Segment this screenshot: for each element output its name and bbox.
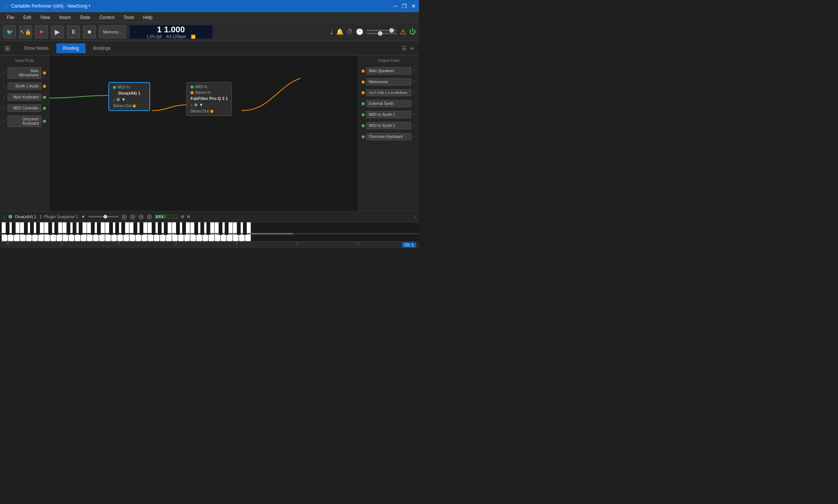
output-port-label[interactable]: Main Speakers: [366, 67, 411, 74]
input-port-label[interactable]: MIDI Controller: [8, 105, 41, 112]
bottom-snapshot[interactable]: 1: Plugin Snapshot 1: [40, 214, 78, 219]
piano-black-key[interactable]: [225, 222, 229, 235]
piano-black-key[interactable]: [115, 222, 119, 235]
tab-bindings[interactable]: Bindings: [86, 43, 117, 53]
tab-show-notes[interactable]: Show Notes: [17, 43, 56, 53]
plugin-node-diva[interactable]: MIDI In Diva(x64) 1 ↓ ▼ Stereo Out: [108, 82, 150, 111]
midi-in-text: MIDI In: [117, 85, 130, 89]
output-port-label[interactable]: External Synth: [366, 100, 411, 107]
piano-black-key[interactable]: [121, 222, 125, 235]
pause-button[interactable]: ⏸: [67, 25, 80, 38]
output-port-label[interactable]: OUT USB 1-2 to Minifuse: [366, 89, 411, 96]
piano-black-key[interactable]: [158, 222, 162, 235]
maximize-button[interactable]: ❐: [402, 3, 407, 9]
piano-black-key[interactable]: [24, 222, 28, 235]
piano-black-key[interactable]: [237, 222, 241, 235]
menu-state[interactable]: State: [76, 14, 94, 21]
menu-help[interactable]: Help: [140, 14, 157, 21]
piano-black-key[interactable]: [243, 222, 247, 235]
slider-thumb-2[interactable]: [378, 31, 382, 36]
output-port-label[interactable]: Metronome: [366, 78, 411, 86]
node-stereo-in-header: Stereo In: [190, 90, 228, 95]
list-view-icon[interactable]: ☰: [402, 45, 407, 51]
titlebar-title-area: 🎵 Cantabile Performer (x64) - NewSong •: [3, 3, 90, 9]
stereo-out-text: Stereo Out: [113, 104, 131, 108]
menu-control[interactable]: Control: [96, 14, 118, 21]
piano-black-key[interactable]: [164, 222, 168, 235]
share-icon[interactable]: ⇌: [410, 45, 414, 51]
input-port-label[interactable]: Synth 1 Audio: [8, 82, 41, 90]
input-port-label[interactable]: Onscreen Keyboard: [8, 116, 41, 127]
piano-black-key[interactable]: [140, 222, 143, 235]
output-port-label[interactable]: MIDI to Synth 2: [366, 122, 411, 129]
piano-black-key[interactable]: [219, 222, 222, 235]
dial-4-icon[interactable]: ◎: [147, 213, 152, 220]
piano-black-key[interactable]: [12, 222, 16, 235]
tab-routing[interactable]: Routing: [56, 43, 86, 53]
bottom-plugin-name[interactable]: Diva(x64) 1: [15, 214, 37, 219]
node-controls[interactable]: ↓ ▼: [113, 97, 146, 102]
close-button[interactable]: ✕: [411, 3, 416, 9]
drag-handle-icon: ⠿: [413, 80, 415, 84]
piano-black-key[interactable]: [133, 222, 137, 235]
arrow-down-icon[interactable]: ↓: [113, 97, 115, 102]
piano-black-key[interactable]: [30, 222, 34, 235]
meter-bar: [156, 215, 158, 218]
piano-black-key[interactable]: [109, 222, 113, 235]
dial-2-icon[interactable]: ◎: [130, 213, 135, 220]
piano-black-key[interactable]: [182, 222, 186, 235]
piano-black-key[interactable]: [200, 222, 204, 235]
piano-black-key[interactable]: [73, 222, 76, 235]
output-port-label[interactable]: MIDI to Synth 1: [366, 111, 411, 118]
playback-slider-thumb[interactable]: [103, 215, 107, 219]
stop-button[interactable]: ■: [83, 25, 96, 38]
logo-icon-button[interactable]: 🐦: [3, 25, 16, 38]
minimize-button[interactable]: ─: [394, 3, 397, 9]
metronome-button[interactable]: Metrono...: [99, 25, 126, 38]
status-dot-2: [194, 103, 197, 106]
volume-slider-2[interactable]: [367, 33, 397, 34]
piano-keyboard[interactable]: [0, 222, 419, 241]
node-stereo-out-fab: Stereo Out: [190, 109, 228, 113]
piano-keys[interactable]: [0, 222, 419, 241]
play-button[interactable]: ▶: [51, 25, 64, 38]
plugin-node-fabfilter[interactable]: MIDI In Stereo In FabFilter Pro-Q 3 1 ↓ …: [186, 82, 232, 116]
dial-3-icon[interactable]: ◎: [138, 213, 144, 220]
menu-edit[interactable]: Edit: [19, 14, 35, 21]
routing-canvas[interactable]: MIDI In Diva(x64) 1 ↓ ▼ Stereo Out MIDI …: [49, 55, 358, 211]
playback-slider[interactable]: [88, 216, 119, 217]
output-port-label[interactable]: Onscreen Keyboard: [366, 133, 411, 140]
piano-black-key[interactable]: [36, 222, 40, 235]
grid-layout-icon[interactable]: ⊞: [5, 44, 10, 52]
arrow-down-icon-2[interactable]: ↓: [190, 102, 193, 108]
filter-icon[interactable]: ▼: [121, 97, 126, 102]
filter-icon-2[interactable]: ▼: [199, 102, 203, 108]
record-button[interactable]: ●: [35, 25, 48, 38]
piano-black-key[interactable]: [152, 222, 156, 235]
piano-black-key[interactable]: [194, 222, 198, 235]
piano-black-key[interactable]: [79, 222, 83, 235]
filter-icon-bottom[interactable]: ▼: [81, 214, 85, 219]
piano-black-key[interactable]: [97, 222, 101, 235]
scroll-thumb[interactable]: [168, 233, 294, 235]
volume-slider-1[interactable]: [367, 30, 397, 31]
piano-black-key[interactable]: [176, 222, 180, 235]
input-port-label[interactable]: Main Keyboard: [8, 94, 41, 101]
timeline-mark-4: 4: [236, 242, 238, 246]
piano-black-key[interactable]: [54, 222, 58, 235]
piano-black-key[interactable]: [48, 222, 52, 235]
piano-black-key[interactable]: [91, 222, 95, 235]
piano-black-key[interactable]: [67, 222, 70, 235]
slider-thumb-1[interactable]: [389, 28, 394, 33]
piano-black-key[interactable]: [6, 222, 10, 235]
select-tool-button[interactable]: ↖🔒: [19, 25, 32, 38]
node-controls-fab[interactable]: ↓ ▼: [190, 102, 228, 108]
piano-black-key[interactable]: [206, 222, 210, 235]
menu-view[interactable]: View: [37, 14, 54, 21]
dial-1-icon[interactable]: ◎: [122, 213, 127, 220]
menu-tools[interactable]: Tools: [120, 14, 138, 21]
menu-insert[interactable]: Insert: [56, 14, 75, 21]
input-port-label[interactable]: Main Microphone: [8, 67, 41, 79]
titlebar-controls[interactable]: ─ ❐ ✕: [394, 3, 416, 9]
menu-file[interactable]: File: [3, 14, 18, 21]
